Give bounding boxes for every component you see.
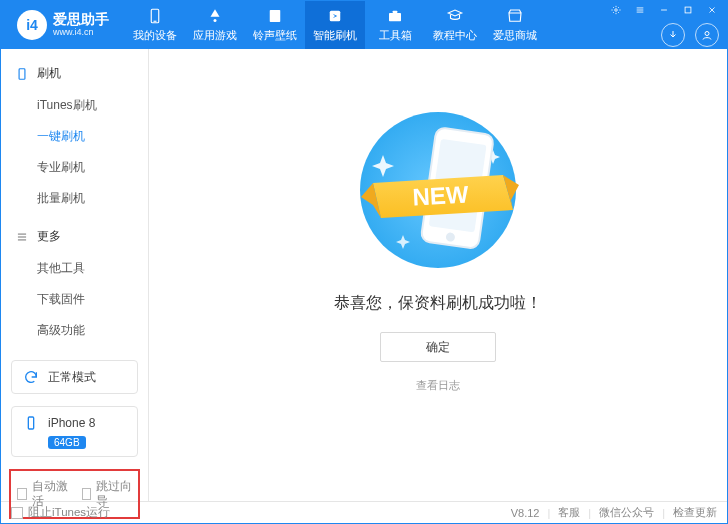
wallpaper-icon — [266, 7, 284, 25]
svg-point-15 — [705, 32, 709, 36]
close-icon[interactable] — [705, 3, 719, 17]
sidebar-item-batch-flash[interactable]: 批量刷机 — [1, 183, 148, 214]
app-subtitle: www.i4.cn — [53, 28, 109, 38]
check-update-link[interactable]: 检查更新 — [673, 505, 717, 520]
toolbox-icon — [386, 7, 404, 25]
store-icon — [506, 7, 524, 25]
nav-toolbox[interactable]: 工具箱 — [365, 1, 425, 49]
sidebar-group-flash[interactable]: 刷机 — [1, 59, 148, 88]
nav-label: 铃声壁纸 — [253, 28, 297, 43]
sidebar-item-pro-flash[interactable]: 专业刷机 — [1, 152, 148, 183]
body: 刷机 iTunes刷机 一键刷机 专业刷机 批量刷机 更多 其他工具 下载固件 … — [1, 49, 727, 501]
device-name: iPhone 8 — [48, 416, 95, 430]
top-nav: 我的设备 应用游戏 铃声壁纸 智能刷机 工具箱 教程中心 爱思商城 — [125, 1, 545, 49]
sidebar-list-flash: iTunes刷机 一键刷机 专业刷机 批量刷机 — [1, 90, 148, 214]
main-content: NEW 恭喜您，保资料刷机成功啦！ 确定 查看日志 — [149, 49, 727, 501]
sidebar-group-label: 刷机 — [37, 65, 61, 82]
phone-outline-icon — [15, 67, 29, 81]
svg-rect-5 — [389, 13, 401, 21]
sidebar-item-other-tools[interactable]: 其他工具 — [1, 253, 148, 284]
device-icon — [22, 414, 40, 432]
version-label: V8.12 — [511, 507, 540, 519]
logo-badge-icon: i4 — [17, 10, 47, 40]
sidebar-item-advanced[interactable]: 高级功能 — [1, 315, 148, 346]
app-title: 爱思助手 — [53, 12, 109, 27]
svg-rect-3 — [270, 10, 281, 22]
svg-rect-6 — [393, 11, 398, 14]
nav-label: 爱思商城 — [493, 28, 537, 43]
nav-smart-flash[interactable]: 智能刷机 — [305, 1, 365, 49]
titlebar-right — [609, 3, 719, 47]
sidebar-group-more[interactable]: 更多 — [1, 222, 148, 251]
list-icon — [15, 230, 29, 244]
tutorial-icon — [446, 7, 464, 25]
nav-label: 我的设备 — [133, 28, 177, 43]
device-card[interactable]: iPhone 8 64GB — [11, 406, 138, 457]
view-log-link[interactable]: 查看日志 — [416, 378, 460, 393]
app-logo: i4 爱思助手 www.i4.cn — [9, 10, 117, 40]
nav-tutorials[interactable]: 教程中心 — [425, 1, 485, 49]
sidebar-item-download-firmware[interactable]: 下载固件 — [1, 284, 148, 315]
block-itunes-checkbox[interactable]: 阻止iTunes运行 — [11, 505, 110, 520]
ok-button[interactable]: 确定 — [380, 332, 496, 362]
title-bar: i4 爱思助手 www.i4.cn 我的设备 应用游戏 铃声壁纸 智能刷机 工具… — [1, 1, 727, 49]
support-link[interactable]: 客服 — [558, 505, 580, 520]
flash-icon — [326, 7, 344, 25]
sidebar-item-oneclick-flash[interactable]: 一键刷机 — [1, 121, 148, 152]
mode-label: 正常模式 — [48, 369, 96, 386]
settings-icon[interactable] — [609, 3, 623, 17]
maximize-icon[interactable] — [681, 3, 695, 17]
nav-store[interactable]: 爱思商城 — [485, 1, 545, 49]
success-illustration: NEW — [333, 105, 543, 275]
status-bar: 阻止iTunes运行 V8.12 | 客服 | 微信公众号 | 检查更新 — [1, 501, 727, 523]
nav-label: 智能刷机 — [313, 28, 357, 43]
nav-label: 教程中心 — [433, 28, 477, 43]
checkbox-label: 阻止iTunes运行 — [28, 505, 110, 520]
refresh-icon — [22, 368, 40, 386]
minimize-icon[interactable] — [657, 3, 671, 17]
nav-label: 工具箱 — [379, 28, 412, 43]
checkbox-icon — [82, 488, 92, 500]
svg-rect-16 — [19, 68, 25, 79]
sidebar: 刷机 iTunes刷机 一键刷机 专业刷机 批量刷机 更多 其他工具 下载固件 … — [1, 49, 149, 501]
svg-point-7 — [615, 9, 618, 12]
phone-icon — [146, 7, 164, 25]
new-badge-text: NEW — [412, 181, 470, 211]
wechat-link[interactable]: 微信公众号 — [599, 505, 654, 520]
svg-rect-20 — [28, 417, 33, 429]
storage-badge: 64GB — [48, 436, 86, 449]
menu-icon[interactable] — [633, 3, 647, 17]
sidebar-item-itunes-flash[interactable]: iTunes刷机 — [1, 90, 148, 121]
nav-apps-games[interactable]: 应用游戏 — [185, 1, 245, 49]
nav-my-device[interactable]: 我的设备 — [125, 1, 185, 49]
nav-ringtones-wallpapers[interactable]: 铃声壁纸 — [245, 1, 305, 49]
svg-point-2 — [214, 19, 217, 22]
nav-label: 应用游戏 — [193, 28, 237, 43]
download-button[interactable] — [661, 23, 685, 47]
mode-card[interactable]: 正常模式 — [11, 360, 138, 394]
checkbox-icon — [11, 507, 23, 519]
svg-rect-12 — [685, 7, 691, 13]
success-headline: 恭喜您，保资料刷机成功啦！ — [334, 293, 542, 314]
sidebar-group-label: 更多 — [37, 228, 61, 245]
apps-icon — [206, 7, 224, 25]
sidebar-list-more: 其他工具 下载固件 高级功能 — [1, 253, 148, 346]
user-button[interactable] — [695, 23, 719, 47]
checkbox-icon — [17, 488, 27, 500]
